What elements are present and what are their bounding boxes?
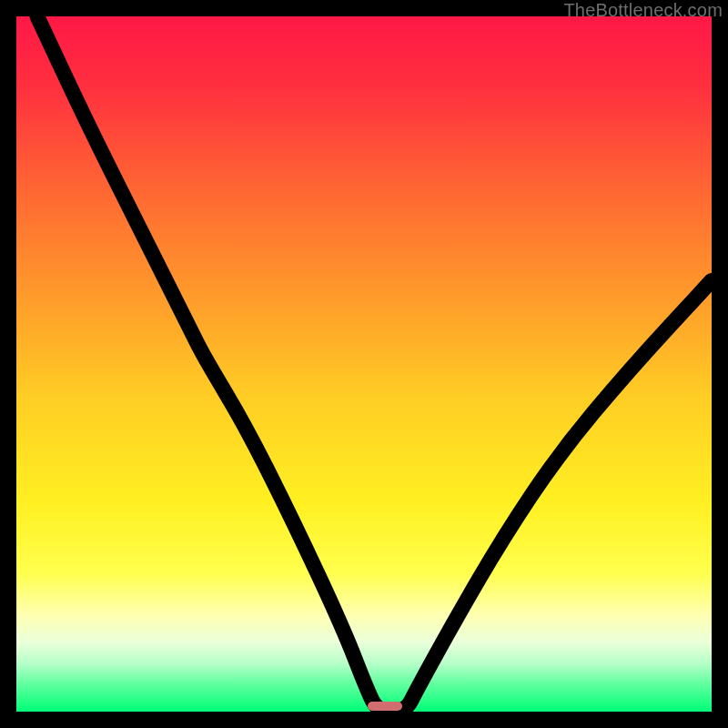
curve-path (37, 16, 712, 712)
plot-area (16, 16, 712, 712)
chart-frame: TheBottleneck.com (0, 0, 728, 728)
bottleneck-curve (16, 16, 712, 712)
optimal-range-marker (368, 702, 402, 711)
watermark-text: TheBottleneck.com (563, 0, 723, 21)
